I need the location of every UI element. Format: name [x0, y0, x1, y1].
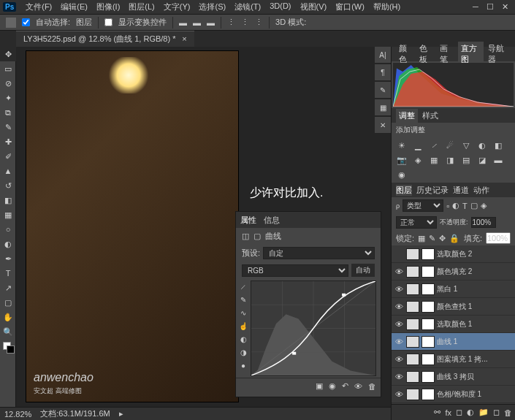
document-canvas[interactable]: anwenchao 安文超 高端修图	[26, 51, 238, 402]
close-panel-icon[interactable]: ✕	[375, 117, 391, 133]
channel-mixer-icon[interactable]: ◈	[412, 155, 424, 165]
stamp-tool[interactable]: ▲	[0, 164, 16, 178]
lock-pixels-icon[interactable]: ✎	[429, 234, 435, 243]
delete-icon[interactable]: 🗑	[368, 382, 376, 391]
zoom-level[interactable]: 12.82%	[4, 410, 31, 419]
brush-tool[interactable]: ✐	[0, 149, 16, 164]
curve-sample-tool[interactable]: ☝	[237, 320, 249, 332]
new-group-icon[interactable]: 📁	[478, 408, 489, 417]
filter-kind-dropdown[interactable]: 类型	[403, 199, 443, 212]
eyedropper-tool[interactable]: ✎	[0, 120, 16, 134]
path-tool[interactable]: ↗	[0, 280, 16, 295]
tab-actions[interactable]: 动作	[473, 185, 489, 196]
new-layer-icon[interactable]: ◻	[493, 408, 500, 417]
hand-tool[interactable]: ✋	[0, 310, 16, 324]
blur-tool[interactable]: ○	[0, 222, 16, 237]
filter-pixel-icon[interactable]: ▫	[446, 202, 449, 210]
layer-mask-thumb[interactable]	[421, 354, 435, 365]
layer-row[interactable]: 👁颜色查找 1	[392, 298, 515, 316]
hue-icon[interactable]: ◐	[476, 140, 488, 150]
blend-mode-dropdown[interactable]: 正常	[396, 216, 437, 229]
white-point-tool[interactable]: ◐	[237, 333, 249, 345]
document-info[interactable]: 文档:63.1M/191.6M	[40, 408, 110, 419]
visibility-toggle[interactable]: 👁	[394, 285, 404, 294]
menu-type[interactable]: 文字(Y)	[160, 0, 194, 14]
filter-adj-icon[interactable]: ◐	[452, 201, 459, 210]
toggle-visibility-icon[interactable]: 👁	[354, 382, 362, 391]
visibility-toggle[interactable]: 👁	[394, 373, 404, 381]
tab-history[interactable]: 历史记录	[416, 185, 449, 196]
visibility-toggle[interactable]: 👁	[394, 267, 404, 276]
distribute-icon-2[interactable]: ⋮	[241, 18, 249, 27]
character-panel-icon[interactable]: A|	[375, 47, 391, 63]
layer-mask-thumb[interactable]	[421, 336, 435, 348]
layer-thumb[interactable]	[406, 371, 419, 383]
layer-mask-thumb[interactable]	[421, 301, 435, 313]
wand-tool[interactable]: ✦	[0, 91, 16, 105]
menu-view[interactable]: 视图(V)	[297, 0, 331, 14]
menu-window[interactable]: 窗口(W)	[332, 0, 368, 14]
fill-input[interactable]	[486, 232, 511, 244]
curve-graph[interactable]	[251, 280, 376, 376]
curve-smooth-tool[interactable]: ∿	[237, 307, 249, 318]
status-chevron-icon[interactable]: ▸	[119, 409, 123, 419]
layer-name[interactable]: 颜色查找 1	[437, 302, 513, 312]
canvas-area[interactable]: anwenchao 安文超 高端修图 少许对比加入. 属性 信息 ◫ ▢ 曲线 …	[16, 47, 391, 420]
filter-shape-icon[interactable]: ▢	[470, 201, 478, 210]
distribute-icon[interactable]: ⋮	[227, 18, 235, 27]
visibility-toggle[interactable]: 👁	[394, 355, 404, 364]
filter-smart-icon[interactable]: ◈	[481, 201, 487, 210]
photo-filter-icon[interactable]: 📷	[396, 155, 408, 165]
vibrance-icon[interactable]: ▽	[460, 140, 472, 150]
layer-row[interactable]: 👁选取颜色 1	[392, 316, 515, 333]
exposure-icon[interactable]: ☄	[444, 140, 456, 150]
layer-name[interactable]: 图案填充 1 拷...	[437, 354, 513, 364]
layer-row[interactable]: 👁曲线 3 拷贝	[392, 368, 515, 386]
history-brush-tool[interactable]: ↺	[0, 178, 16, 193]
swatches-panel-icon[interactable]: ▦	[375, 99, 391, 115]
bw-icon[interactable]: ◧	[492, 140, 504, 150]
tab-adjustments[interactable]: 调整	[396, 109, 418, 123]
layer-name[interactable]: 色相/饱和度 1	[437, 389, 513, 400]
clip-icon[interactable]: ▣	[316, 381, 323, 391]
threshold-icon[interactable]: ◪	[476, 155, 488, 165]
layer-row[interactable]: 👁色相/饱和度 1	[392, 386, 515, 403]
layer-thumb[interactable]	[406, 283, 419, 295]
layer-row[interactable]: 选取颜色 2	[392, 245, 515, 263]
layer-dropdown[interactable]: 图层	[76, 17, 92, 28]
zoom-tool[interactable]: 🔍	[0, 324, 16, 339]
menu-filter[interactable]: 滤镜(T)	[231, 0, 264, 14]
layer-thumb[interactable]	[406, 248, 419, 260]
layer-mask-thumb[interactable]	[421, 266, 435, 278]
curve-point-tool[interactable]: ⟋	[237, 280, 249, 292]
layer-row[interactable]: 👁图案填充 1 拷...	[392, 351, 515, 368]
gradient-tool[interactable]: ▦	[0, 207, 16, 222]
tab-properties[interactable]: 属性	[240, 215, 256, 226]
layer-name[interactable]: 颜色填充 2	[437, 267, 513, 277]
document-tab[interactable]: LY3H5225.psd @ 12.8% (曲线 1, RGB/8) * ×	[16, 31, 194, 47]
menu-file[interactable]: 文件(F)	[22, 0, 56, 14]
layer-mask-thumb[interactable]	[421, 283, 435, 295]
invert-icon[interactable]: ◨	[444, 155, 456, 165]
preset-dropdown[interactable]: 自定	[263, 247, 375, 259]
auto-button[interactable]: 自动	[351, 264, 375, 277]
layer-row[interactable]: 👁曲线 1	[392, 333, 515, 351]
levels-icon[interactable]: ▁	[412, 140, 424, 150]
layer-thumb[interactable]	[406, 336, 419, 348]
marquee-tool[interactable]: ▭	[0, 61, 16, 76]
close-button[interactable]: ✕	[500, 2, 509, 12]
new-adj-layer-icon[interactable]: ◐	[467, 408, 474, 417]
tab-close-icon[interactable]: ×	[182, 34, 186, 43]
menu-3d[interactable]: 3D(D)	[266, 0, 294, 14]
heal-tool[interactable]: ✚	[0, 134, 16, 149]
layer-thumb[interactable]	[406, 389, 419, 400]
layer-mask-thumb[interactable]	[421, 389, 435, 400]
lock-all-icon[interactable]: 🔒	[449, 234, 459, 243]
delete-layer-icon[interactable]: 🗑	[504, 408, 512, 417]
gray-point-tool[interactable]: ◑	[237, 346, 249, 358]
layer-mask-icon[interactable]: ◻	[456, 408, 462, 417]
show-transform-checkbox[interactable]	[104, 18, 112, 26]
color-swatch[interactable]	[3, 342, 15, 354]
gradient-map-icon[interactable]: ▬	[492, 155, 504, 165]
layer-thumb[interactable]	[406, 318, 419, 330]
